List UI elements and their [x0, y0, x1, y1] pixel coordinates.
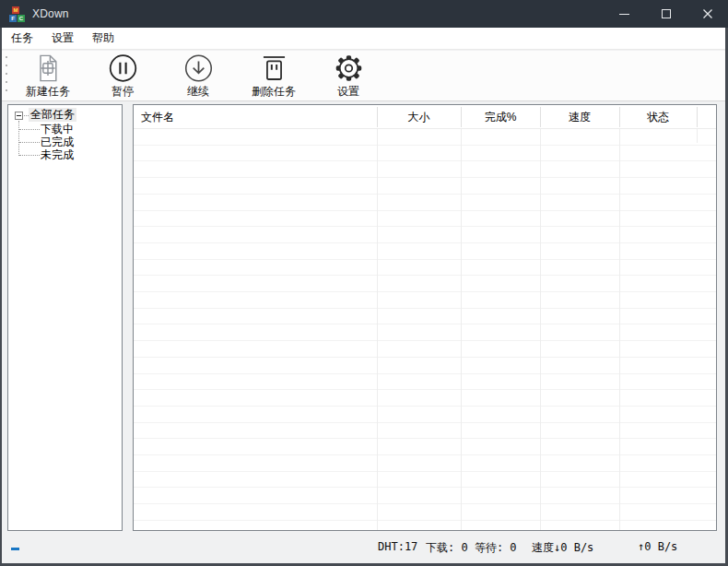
menu-help[interactable]: 帮助	[83, 28, 123, 49]
resume-icon	[182, 53, 215, 83]
column-separator[interactable]	[461, 107, 462, 127]
column-separator[interactable]	[377, 107, 378, 127]
maximize-button[interactable]	[645, 0, 687, 28]
delete-task-icon	[258, 53, 290, 83]
new-task-button[interactable]: 新建任务	[13, 53, 83, 100]
settings-label: 设置	[337, 84, 359, 100]
column-header-progress[interactable]: 完成%	[461, 105, 540, 129]
column-separator[interactable]	[540, 107, 541, 127]
resume-label: 继续	[187, 84, 209, 100]
status-upload-speed: ↑0 B/s	[638, 540, 677, 553]
close-icon	[702, 8, 713, 19]
menu-settings[interactable]: 设置	[42, 28, 83, 49]
status-download-speed: 速度↓0 B/s	[532, 540, 593, 556]
tree-guide-line	[18, 121, 19, 156]
settings-icon	[333, 53, 365, 83]
resume-button[interactable]: 继续	[163, 53, 233, 100]
tree-item-all-tasks[interactable]: 全部任务	[29, 108, 76, 122]
grid-line	[619, 129, 620, 530]
delete-task-label: 删除任务	[252, 84, 296, 100]
grid-line	[697, 129, 698, 143]
task-table: 文件名 大小 完成% 速度 状态	[133, 104, 717, 531]
tree-connector	[19, 129, 40, 130]
column-separator[interactable]	[619, 107, 620, 127]
minimize-button[interactable]	[604, 0, 645, 28]
status-queue: 下载: 0 等待: 0	[426, 540, 517, 556]
pause-button[interactable]: 暂停	[88, 53, 158, 100]
window-title: XDown	[32, 7, 69, 20]
tree-item-incomplete[interactable]: 未完成	[41, 148, 74, 161]
menubar: 任务 设置 帮助	[2, 28, 725, 50]
tree-connector	[19, 155, 40, 156]
tree-item-completed[interactable]: 已完成	[41, 136, 74, 148]
new-task-icon	[32, 53, 64, 83]
tree-item-downloading[interactable]: 下载中	[41, 123, 74, 136]
pause-icon	[107, 53, 139, 83]
task-tree-panel: 全部任务 下载中 已完成 未完成	[7, 104, 123, 531]
window-controls	[604, 0, 728, 28]
window-body: M F C XDown 任务 设置	[2, 0, 725, 563]
delete-task-button[interactable]: 删除任务	[239, 53, 309, 100]
table-body	[134, 129, 716, 530]
new-task-label: 新建任务	[26, 84, 70, 100]
close-button[interactable]	[687, 0, 728, 28]
column-header-filename[interactable]: 文件名	[134, 105, 377, 129]
status-dht: DHT:17	[378, 540, 417, 553]
minimize-icon	[619, 14, 629, 15]
app-logo-icon: M F C	[9, 6, 25, 22]
logo-block-green: C	[18, 15, 25, 22]
logo-block-blue: F	[9, 15, 17, 22]
tree-connector	[19, 142, 40, 143]
statusbar-blue-dash	[11, 548, 19, 550]
settings-button[interactable]: 设置	[313, 53, 383, 100]
titlebar: M F C XDown	[0, 0, 728, 28]
grid-line	[461, 129, 462, 530]
table-header: 文件名 大小 完成% 速度 状态	[134, 105, 716, 129]
grid-line	[540, 129, 541, 530]
minus-glyph	[17, 115, 21, 116]
logo-block-red: M	[12, 6, 19, 14]
xdown-window: M F C XDown 任务 设置	[0, 0, 728, 566]
maximize-icon	[662, 9, 671, 18]
menu-task[interactable]: 任务	[2, 28, 42, 49]
column-header-speed[interactable]: 速度	[540, 105, 619, 129]
grid-line	[377, 129, 378, 530]
toolbar: 新建任务 暂停 继续	[2, 51, 725, 101]
pause-label: 暂停	[112, 84, 134, 100]
tree-expander-icon[interactable]	[15, 112, 23, 120]
column-header-size[interactable]: 大小	[377, 105, 461, 129]
column-header-status[interactable]: 状态	[619, 105, 697, 129]
column-separator[interactable]	[697, 107, 698, 127]
statusbar: DHT:17 下载: 0 等待: 0 速度↓0 B/s ↑0 B/s	[2, 531, 725, 563]
toolbar-gripper[interactable]	[6, 56, 7, 93]
